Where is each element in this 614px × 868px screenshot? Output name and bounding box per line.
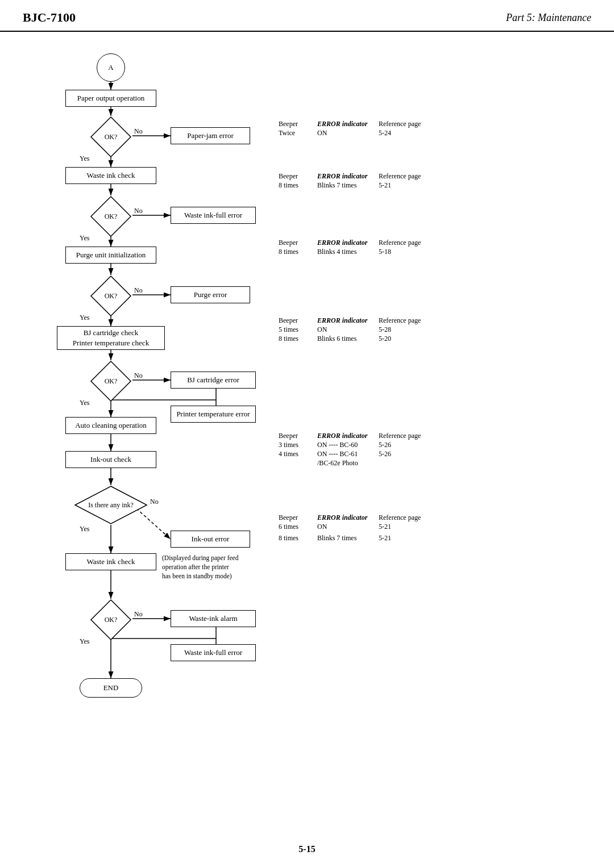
label-no4: No	[134, 372, 143, 380]
node-waste-ink-check1: Waste ink check	[65, 167, 156, 184]
node-purge-error: Purge error	[171, 286, 250, 303]
info5-ref2: 5-26	[379, 450, 424, 458]
node-printer-temp-error: Printer temperature error	[171, 406, 256, 423]
info6-ref: 5-21	[379, 523, 424, 531]
info-block-7: 8 times Blinks 7 times 5-21	[279, 534, 597, 543]
info6-indicator-header: ERROR indicator	[317, 514, 374, 522]
info1-twice: Twice	[279, 129, 313, 137]
node-waste-ink-full1: Waste ink-full error	[171, 207, 256, 224]
node-end: END	[80, 678, 142, 698]
info1-beeper-label: Beeper	[279, 120, 313, 128]
info2-blinks7: Blinks 7 times	[317, 181, 374, 190]
info3-beeper-label: Beeper	[279, 239, 313, 247]
node-A: A	[97, 53, 125, 82]
info5-bc62e: /BC-62e Photo	[317, 459, 374, 468]
info-block-3: Beeper ERROR indicator Reference page 8 …	[279, 239, 597, 257]
node-ink-out-check: Ink-out check	[65, 451, 156, 468]
info2-indicator-header: ERROR indicator	[317, 172, 374, 181]
info6-ref-header: Reference page	[379, 514, 424, 522]
info2-8times: 8 times	[279, 181, 313, 190]
info4-on: ON	[317, 326, 374, 334]
header: BJC-7100 Part 5: Maintenance	[0, 0, 614, 32]
info5-indicator-header: ERROR indicator	[317, 432, 374, 440]
header-subtitle: Part 5: Maintenance	[506, 12, 591, 24]
info3-blinks4: Blinks 4 times	[317, 248, 374, 256]
label-no5: No	[150, 498, 159, 506]
node-auto-cleaning: Auto cleaning operation	[65, 417, 156, 434]
info5-3times: 3 times	[279, 441, 313, 449]
info3-ref-header: Reference page	[379, 239, 424, 247]
node-purge-unit: Purge unit initialization	[65, 247, 156, 264]
info-block-6: Beeper ERROR indicator Reference page 6 …	[279, 514, 597, 532]
node-waste-ink-alarm: Waste-ink alarm	[171, 610, 256, 627]
note-displayed: (Displayed during paper feedoperation af…	[162, 553, 267, 581]
info4-ref2: 5-20	[379, 335, 424, 343]
info1-on: ON	[317, 129, 374, 137]
info1-indicator-header: ERROR indicator	[317, 120, 374, 128]
info-area: Beeper ERROR indicator Reference page Tw…	[267, 43, 597, 827]
info5-ref-header: Reference page	[379, 432, 424, 440]
info5-on-bc61: ON ---- BC-61	[317, 450, 374, 458]
info7-ref: 5-21	[379, 534, 424, 542]
info1-ref-header: Reference page	[379, 120, 424, 128]
info1-ref: 5-24	[379, 129, 424, 137]
info5-on-bc60: ON ---- BC-60	[317, 441, 374, 449]
label-yes3: Yes	[80, 314, 89, 322]
label-no3: No	[134, 286, 143, 295]
label-no1: No	[134, 127, 143, 136]
info-block-1: Beeper ERROR indicator Reference page Tw…	[279, 120, 597, 138]
node-ok5: OK?	[90, 599, 132, 641]
page-number: 5-15	[0, 838, 614, 866]
label-yes4: Yes	[80, 399, 89, 407]
node-waste-ink-check2: Waste ink check	[65, 553, 156, 570]
info5-4times: 4 times	[279, 450, 313, 458]
node-ink-any: Is there any ink?	[74, 485, 148, 525]
info4-indicator-header: ERROR indicator	[317, 316, 374, 325]
info2-ref: 5-21	[379, 181, 424, 190]
info3-8times: 8 times	[279, 248, 313, 256]
info2-ref-header: Reference page	[379, 172, 424, 181]
info4-ref1: 5-28	[379, 326, 424, 334]
info6-on: ON	[317, 523, 374, 531]
node-ok3: OK?	[90, 275, 132, 317]
label-yes2: Yes	[80, 234, 89, 243]
info4-ref-header: Reference page	[379, 316, 424, 325]
info4-blinks6: Blinks 6 times	[317, 335, 374, 343]
label-yes5: Yes	[80, 525, 89, 533]
info5-ref3	[379, 459, 424, 468]
info-block-2: Beeper ERROR indicator Reference page 8 …	[279, 172, 597, 190]
node-bj-cartridge-error: BJ cartridge error	[171, 372, 256, 389]
info7-blinks7: Blinks 7 times	[317, 534, 374, 542]
node-ok4: OK?	[90, 360, 132, 402]
info4-beeper-label: Beeper	[279, 316, 313, 325]
info7-8times: 8 times	[279, 534, 313, 542]
info3-ref: 5-18	[379, 248, 424, 256]
info3-indicator-header: ERROR indicator	[317, 239, 374, 247]
header-title: BJC-7100	[23, 10, 76, 25]
info5-empty	[279, 459, 313, 468]
node-bj-cartridge-check: BJ cartridge checkPrinter temperature ch…	[57, 326, 165, 350]
info6-6times: 6 times	[279, 523, 313, 531]
info4-5times: 5 times	[279, 326, 313, 334]
node-paper-jam-error: Paper-jam error	[171, 127, 250, 144]
label-no6: No	[134, 610, 143, 619]
node-ink-out-error: Ink-out error	[171, 531, 250, 548]
flowchart: A Paper output operation OK? No Yes Pape…	[23, 43, 267, 827]
label-yes6: Yes	[80, 637, 89, 646]
info2-beeper-label: Beeper	[279, 172, 313, 181]
info6-beeper-label: Beeper	[279, 514, 313, 522]
node-paper-output: Paper output operation	[65, 90, 156, 107]
node-ok2: OK?	[90, 195, 132, 237]
info-block-4: Beeper ERROR indicator Reference page 5 …	[279, 316, 597, 344]
node-ok1: OK?	[90, 116, 132, 158]
label-no2: No	[134, 207, 143, 215]
node-waste-ink-full2: Waste ink-full error	[171, 644, 256, 661]
label-yes1: Yes	[80, 155, 89, 163]
info5-ref1: 5-26	[379, 441, 424, 449]
info4-8times: 8 times	[279, 335, 313, 343]
info-block-5: Beeper ERROR indicator Reference page 3 …	[279, 432, 597, 468]
info5-beeper-label: Beeper	[279, 432, 313, 440]
